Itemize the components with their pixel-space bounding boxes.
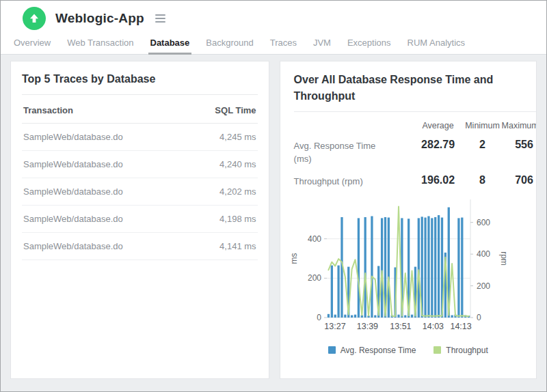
svg-text:0: 0	[317, 313, 321, 322]
page-title: Weblogic-App	[55, 11, 144, 26]
svg-text:0: 0	[477, 313, 481, 322]
stat-row-label: Throughput (rpm)	[294, 166, 412, 188]
svg-text:13:39: 13:39	[356, 322, 377, 331]
hamburger-menu-icon[interactable]	[152, 12, 168, 25]
throughput-minimum: 8	[465, 166, 501, 186]
svg-text:600: 600	[477, 217, 490, 227]
legend-label: Throughput	[446, 346, 488, 355]
svg-text:rpm: rpm	[499, 251, 507, 266]
tab-background[interactable]: Background	[204, 38, 255, 55]
tab-traces[interactable]: Traces	[268, 38, 299, 55]
throughput-average: 196.02	[412, 166, 465, 186]
response-throughput-title: Over All Database Response Time and Thro…	[280, 61, 536, 111]
tab-web-transaction[interactable]: Web Transaction	[65, 38, 135, 55]
svg-text:400: 400	[477, 249, 490, 259]
svg-text:14:03: 14:03	[422, 322, 443, 331]
svg-text:200: 200	[477, 281, 490, 290]
col-minimum: Minimum	[465, 112, 501, 130]
table-row[interactable]: SampleWeb/database.do 4,202 ms	[22, 178, 258, 206]
sql-time-value: 4,198 ms	[219, 214, 256, 224]
svg-text:200: 200	[308, 273, 321, 283]
sql-time-value: 4,141 ms	[219, 241, 256, 251]
app-status-badge	[23, 7, 46, 30]
arrow-up-icon	[28, 12, 40, 25]
transaction-name: SampleWeb/database.do	[23, 132, 123, 142]
app-window: Weblogic-App Overview Web Transaction Da…	[0, 0, 547, 392]
col-average: Average	[412, 112, 465, 130]
sql-time-value: 4,245 ms	[219, 132, 256, 142]
svg-text:400: 400	[308, 234, 321, 243]
stat-row-label: Avg. Response Time (ms)	[294, 130, 412, 166]
avg-response-minimum: 2	[465, 130, 501, 151]
tab-exceptions[interactable]: Exceptions	[345, 38, 393, 55]
svg-text:14:13: 14:13	[450, 322, 471, 331]
sql-time-value: 4,240 ms	[219, 159, 256, 169]
title-bar: Weblogic-App	[1, 1, 546, 36]
svg-text:ms: ms	[289, 253, 299, 264]
content-area: Top 5 Traces by Database Transaction SQL…	[1, 55, 546, 392]
tab-jvm[interactable]: JVM	[311, 38, 333, 55]
tab-database[interactable]: Database	[148, 38, 192, 55]
legend-swatch	[433, 346, 441, 354]
svg-text:13:51: 13:51	[390, 322, 411, 331]
legend-label: Avg. Response Time	[341, 346, 416, 355]
table-row[interactable]: SampleWeb/database.do 4,141 ms	[22, 233, 258, 260]
response-throughput-chart[interactable]: 02004000200400600msrpm13:2713:3913:5114:…	[287, 194, 536, 343]
tab-bar: Overview Web Transaction Database Backgr…	[1, 36, 546, 55]
top-traces-panel: Top 5 Traces by Database Transaction SQL…	[10, 61, 269, 379]
transaction-name: SampleWeb/database.do	[23, 159, 123, 169]
avg-response-maximum: 556	[501, 130, 537, 151]
avg-response-average: 282.79	[412, 130, 465, 151]
table-row[interactable]: SampleWeb/database.do 4,245 ms	[22, 124, 258, 151]
svg-text:13:27: 13:27	[324, 322, 345, 331]
chart-legend: Avg. Response TimeThroughput	[280, 346, 536, 355]
sql-time-value: 4,202 ms	[219, 186, 256, 197]
transaction-name: SampleWeb/database.do	[23, 186, 123, 197]
legend-swatch	[328, 346, 336, 354]
table-row[interactable]: SampleWeb/database.do 4,240 ms	[22, 151, 258, 178]
transaction-name: SampleWeb/database.do	[23, 241, 123, 251]
col-transaction: Transaction	[23, 105, 73, 115]
legend-item[interactable]: Throughput	[433, 346, 488, 355]
stats-table: Average Minimum Maximum Avg. Response Ti…	[280, 112, 536, 188]
tab-rum-analytics[interactable]: RUM Analytics	[405, 38, 468, 55]
stats-corner	[294, 112, 412, 121]
response-throughput-panel: Over All Database Response Time and Thro…	[280, 61, 537, 379]
top-traces-title: Top 5 Traces by Database	[22, 61, 258, 94]
legend-item[interactable]: Avg. Response Time	[328, 346, 416, 355]
col-sql-time: SQL Time	[215, 105, 256, 115]
tab-overview[interactable]: Overview	[12, 38, 53, 55]
table-row[interactable]: SampleWeb/database.do 4,198 ms	[22, 206, 258, 233]
throughput-maximum: 706	[501, 166, 537, 186]
col-maximum: Maximum	[501, 112, 537, 130]
transaction-name: SampleWeb/database.do	[23, 214, 123, 224]
traces-table-header: Transaction SQL Time	[22, 95, 258, 124]
